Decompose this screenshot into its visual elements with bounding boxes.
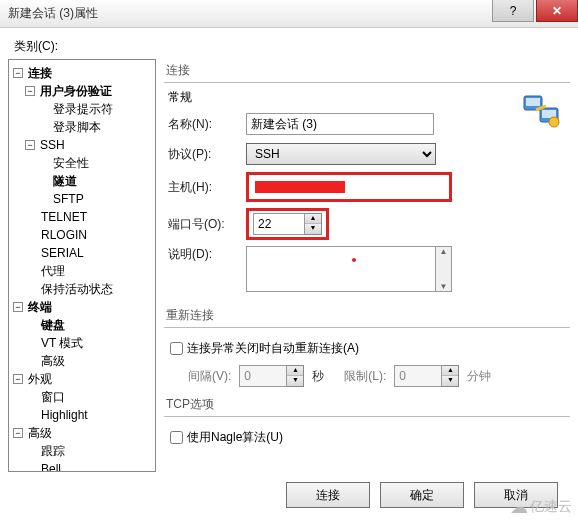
tree-toggle[interactable]: − (13, 428, 23, 438)
interval-unit: 秒 (312, 368, 324, 385)
tree-toggle[interactable]: − (25, 86, 35, 96)
name-input[interactable] (246, 113, 434, 135)
host-input-highlight (246, 172, 452, 202)
tree-vtmode[interactable]: VT 模式 (39, 336, 85, 350)
tree-keepalive[interactable]: 保持活动状态 (39, 282, 115, 296)
interval-spin-down: ▼ (287, 376, 303, 386)
tree-toggle[interactable]: − (13, 374, 23, 384)
protocol-select[interactable]: SSH (246, 143, 436, 165)
host-label: 主机(H): (168, 179, 246, 196)
tree-bell[interactable]: Bell (39, 462, 63, 472)
tree-connection[interactable]: 连接 (26, 66, 54, 80)
connection-icon (522, 92, 562, 128)
section-connection: 连接 (164, 59, 570, 83)
section-tcp: TCP选项 (164, 393, 570, 417)
tree-tunnel[interactable]: 隧道 (51, 174, 79, 188)
limit-unit: 分钟 (467, 368, 491, 385)
tree-advanced[interactable]: 高级 (26, 426, 54, 440)
category-label: 类别(C): (14, 38, 570, 55)
port-label: 端口号(O): (168, 216, 246, 233)
auto-reconnect-checkbox[interactable] (170, 342, 183, 355)
tree-toggle[interactable]: − (13, 302, 23, 312)
window-title: 新建会话 (3)属性 (8, 5, 98, 22)
port-spin-down[interactable]: ▼ (305, 224, 321, 234)
tree-toggle[interactable]: − (13, 68, 23, 78)
tree-advanced-t[interactable]: 高级 (39, 354, 67, 368)
tree-trace[interactable]: 跟踪 (39, 444, 67, 458)
nagle-label: 使用Nagle算法(U) (187, 429, 283, 446)
port-input[interactable] (253, 213, 305, 235)
desc-label: 说明(D): (168, 246, 246, 263)
cloud-icon: ☁ (510, 496, 528, 518)
tree-telnet[interactable]: TELNET (39, 210, 89, 224)
description-textarea[interactable] (246, 246, 436, 292)
nagle-checkbox[interactable] (170, 431, 183, 444)
titlebar: 新建会话 (3)属性 ? ✕ (0, 0, 578, 28)
host-input[interactable] (255, 181, 345, 193)
tree-userauth[interactable]: 用户身份验证 (38, 84, 114, 98)
interval-spin-up: ▲ (287, 366, 303, 376)
limit-spin-down: ▼ (442, 376, 458, 386)
annotation-dot (352, 258, 356, 262)
tree-keyboard[interactable]: 键盘 (39, 318, 67, 332)
port-input-highlight: ▲ ▼ (246, 208, 329, 240)
section-reconnect: 重新连接 (164, 304, 570, 328)
close-button[interactable]: ✕ (536, 0, 578, 22)
category-tree[interactable]: −连接 −用户身份验证 登录提示符 登录脚本 −SSH 安全性 (8, 59, 156, 472)
interval-input (239, 365, 287, 387)
limit-input (394, 365, 442, 387)
tree-loginprompt[interactable]: 登录提示符 (51, 102, 115, 116)
limit-label: 限制(L): (344, 368, 386, 385)
tree-security[interactable]: 安全性 (51, 156, 91, 170)
help-button[interactable]: ? (492, 0, 534, 22)
tree-toggle[interactable]: − (25, 140, 35, 150)
port-spin-up[interactable]: ▲ (305, 214, 321, 224)
svg-rect-1 (526, 98, 540, 106)
name-label: 名称(N): (168, 116, 246, 133)
limit-spin-up: ▲ (442, 366, 458, 376)
titlebar-controls: ? ✕ (492, 0, 578, 22)
tree-window[interactable]: 窗口 (39, 390, 67, 404)
connect-button[interactable]: 连接 (286, 482, 370, 508)
tree-terminal[interactable]: 终端 (26, 300, 54, 314)
textarea-scrollbar[interactable]: ▲▼ (436, 246, 452, 292)
tree-loginscript[interactable]: 登录脚本 (51, 120, 103, 134)
tree-sftp[interactable]: SFTP (51, 192, 86, 206)
ok-button[interactable]: 确定 (380, 482, 464, 508)
protocol-label: 协议(P): (168, 146, 246, 163)
watermark: ☁ 亿速云 (510, 496, 572, 518)
tree-highlight[interactable]: Highlight (39, 408, 90, 422)
tree-serial[interactable]: SERIAL (39, 246, 86, 260)
tree-rlogin[interactable]: RLOGIN (39, 228, 89, 242)
tree-ssh[interactable]: SSH (38, 138, 67, 152)
auto-reconnect-label: 连接异常关闭时自动重新连接(A) (187, 340, 359, 357)
interval-label: 间隔(V): (188, 368, 231, 385)
general-label: 常规 (168, 89, 566, 106)
tree-appearance[interactable]: 外观 (26, 372, 54, 386)
tree-proxy[interactable]: 代理 (39, 264, 67, 278)
svg-point-4 (549, 117, 559, 127)
